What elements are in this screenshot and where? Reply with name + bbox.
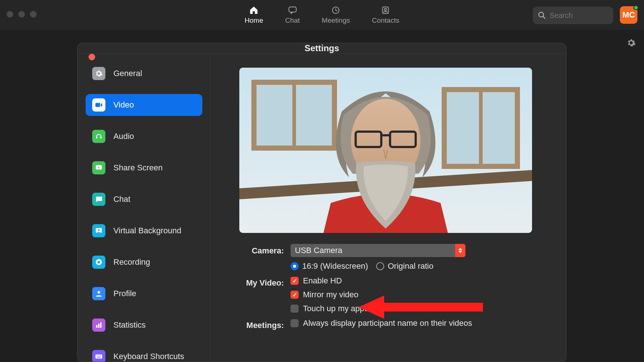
nav-tab-meetings[interactable]: Meetings [322, 5, 350, 24]
sidebar-item-label: Audio [113, 132, 134, 141]
settings-titlebar: Settings [78, 43, 566, 54]
sidebar-item-label: Video [113, 100, 134, 110]
close-icon[interactable] [89, 54, 95, 60]
video-camera-icon [92, 98, 105, 112]
svg-point-4 [539, 12, 544, 17]
virtual-background-icon [92, 224, 105, 237]
svg-rect-16 [97, 355, 97, 356]
checkbox-label: Touch up my appearance [303, 304, 393, 313]
sidebar-item-profile[interactable]: Profile [86, 283, 202, 305]
radio-label: 16:9 (Widescreen) [302, 261, 368, 271]
settings-panel-video: Camera: USB Camera 16:9 [211, 54, 566, 362]
radio-widescreen[interactable]: 16:9 (Widescreen) [291, 261, 368, 271]
presence-dot-icon [633, 5, 639, 10]
svg-rect-14 [100, 323, 102, 328]
keyboard-icon [92, 350, 105, 362]
aspect-ratio-group: 16:9 (Widescreen) Original ratio [291, 261, 550, 271]
sidebar-item-general[interactable]: General [86, 63, 202, 84]
sidebar-item-label: Profile [113, 289, 136, 298]
avatar-initials: MC [622, 10, 635, 20]
svg-rect-13 [98, 324, 100, 328]
svg-line-5 [543, 16, 545, 19]
radio-label: Original ratio [388, 261, 434, 271]
sidebar-item-keyboard-shortcuts[interactable]: Keyboard Shortcuts [86, 346, 202, 362]
checkbox-icon [291, 277, 299, 285]
nav-tab-label: Contacts [372, 16, 399, 24]
checkbox-icon [291, 319, 299, 327]
svg-rect-15 [96, 355, 102, 359]
window-traffic-lights [7, 11, 37, 18]
row-camera: Camera: USB Camera 16:9 [239, 244, 550, 271]
sidebar-item-label: Share Screen [113, 163, 163, 173]
svg-rect-0 [289, 7, 296, 12]
gear-icon [92, 67, 105, 80]
camera-select[interactable]: USB Camera [291, 244, 465, 257]
svg-point-8 [98, 229, 100, 231]
checkbox-touch-up[interactable]: Touch up my appearance [291, 304, 550, 313]
home-icon [249, 5, 259, 15]
sidebar-item-share-screen[interactable]: Share Screen [86, 157, 202, 179]
app-top-bar: Home Chat Meetings Contacts MC [0, 0, 644, 30]
search-input[interactable] [550, 11, 608, 20]
sidebar-item-statistics[interactable]: Statistics [86, 314, 202, 336]
profile-icon [92, 287, 105, 300]
checkbox-always-display-name[interactable]: Always display participant name on their… [291, 318, 550, 328]
nav-tab-label: Home [245, 16, 263, 24]
camera-select-value: USB Camera [295, 246, 342, 255]
sidebar-item-video[interactable]: Video [86, 94, 202, 116]
clock-icon [331, 5, 341, 15]
checkbox-label: Mirror my video [303, 290, 359, 299]
camera-label: Camera: [239, 244, 291, 256]
checkbox-icon [291, 291, 299, 299]
video-settings-form: Camera: USB Camera 16:9 [239, 244, 550, 330]
svg-point-10 [97, 261, 100, 263]
share-screen-icon [92, 161, 105, 174]
sidebar-item-label: Recording [113, 257, 150, 267]
gear-icon[interactable] [626, 38, 636, 49]
svg-rect-17 [98, 355, 98, 356]
checkbox-label: Always display participant name on their… [303, 318, 472, 328]
checkbox-mirror-video[interactable]: Mirror my video [291, 290, 550, 299]
top-nav-tabs: Home Chat Meetings Contacts [245, 5, 400, 24]
settings-body: General Video Audio Share Screen [78, 54, 566, 362]
checkbox-icon [291, 305, 299, 313]
svg-rect-19 [101, 355, 101, 356]
settings-title: Settings [304, 43, 339, 53]
traffic-light-minimize[interactable] [18, 11, 25, 18]
video-preview [239, 68, 532, 233]
avatar[interactable]: MC [620, 6, 637, 24]
updown-arrows-icon [455, 244, 465, 257]
row-my-video: My Video: Enable HD Mirror my video T [239, 276, 550, 313]
statistics-icon [92, 318, 105, 332]
traffic-light-zoom[interactable] [30, 11, 37, 18]
sidebar-item-label: General [113, 69, 142, 78]
sidebar-item-label: Statistics [113, 320, 146, 330]
row-meetings: Meetings: Always display participant nam… [239, 318, 550, 330]
sidebar-item-chat[interactable]: Chat [86, 188, 202, 210]
svg-rect-18 [99, 355, 100, 356]
sidebar-item-label: Virtual Background [113, 226, 181, 235]
recording-icon [92, 256, 105, 269]
nav-tab-label: Meetings [322, 16, 350, 24]
search-icon [538, 11, 546, 19]
svg-rect-12 [96, 325, 98, 328]
sidebar-item-audio[interactable]: Audio [86, 125, 202, 147]
settings-window: Settings General Video Audio [77, 43, 566, 362]
checkbox-label: Enable HD [303, 276, 342, 286]
sidebar-item-virtual-background[interactable]: Virtual Background [86, 220, 202, 242]
my-video-label: My Video: [239, 276, 291, 288]
sidebar-item-recording[interactable]: Recording [86, 251, 202, 273]
contacts-icon [381, 5, 390, 15]
nav-tab-chat[interactable]: Chat [285, 5, 300, 24]
nav-tab-home[interactable]: Home [245, 5, 263, 24]
radio-original-ratio[interactable]: Original ratio [376, 261, 434, 271]
chat-bubble-icon [288, 5, 297, 15]
svg-rect-20 [97, 357, 100, 358]
search-box[interactable] [533, 7, 613, 24]
headphones-icon [92, 130, 105, 143]
nav-tab-contacts[interactable]: Contacts [372, 5, 399, 24]
checkbox-enable-hd[interactable]: Enable HD [291, 276, 550, 286]
meetings-label: Meetings: [239, 318, 291, 330]
traffic-light-close[interactable] [7, 11, 13, 18]
nav-tab-label: Chat [285, 16, 300, 24]
